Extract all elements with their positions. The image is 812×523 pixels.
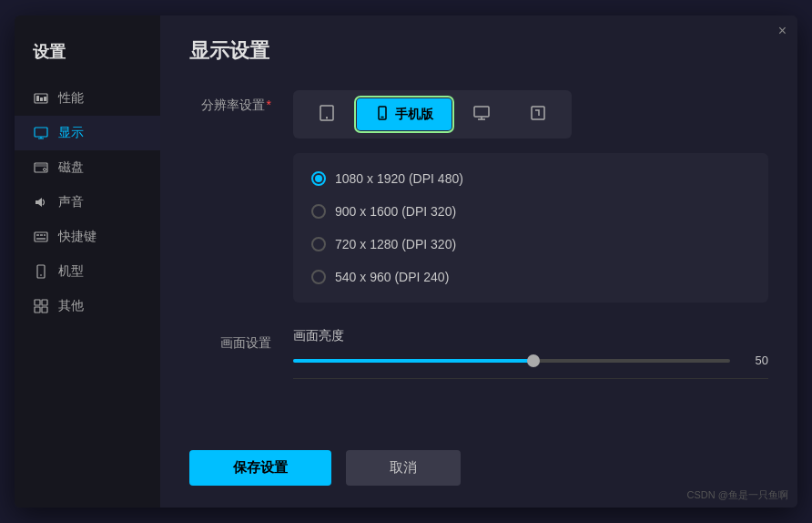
radio-1 (311, 204, 326, 219)
sidebar-item-display[interactable]: 显示 (15, 116, 160, 150)
svg-rect-8 (36, 164, 46, 167)
svg-rect-16 (36, 238, 46, 240)
svg-rect-4 (35, 128, 47, 137)
tab-tablet[interactable] (300, 97, 353, 131)
brightness-slider-fill (293, 359, 533, 363)
desktop-icon (473, 105, 490, 124)
sidebar-label-model: 机型 (58, 263, 84, 280)
tab-phone-label: 手机版 (395, 107, 433, 123)
custom-icon (530, 105, 546, 124)
svg-rect-2 (40, 97, 43, 101)
radio-0 (311, 171, 326, 186)
sidebar-item-model[interactable]: 机型 (15, 254, 160, 289)
resolution-content: 手机版 (293, 90, 768, 303)
save-button[interactable]: 保存设置 (189, 450, 331, 486)
svg-rect-30 (532, 107, 544, 119)
page-title: 显示设置 (189, 37, 768, 65)
phone-icon (375, 106, 390, 123)
svg-rect-15 (44, 234, 46, 236)
display-icon (33, 125, 49, 141)
sidebar-label-sound: 声音 (58, 194, 84, 210)
sidebar: 设置 性能 显示 (15, 15, 160, 508)
svg-rect-21 (35, 307, 40, 313)
settings-dialog: × 设置 性能 显示 (15, 15, 797, 508)
svg-rect-20 (42, 300, 47, 305)
brightness-slider-thumb[interactable] (527, 354, 540, 367)
tab-desktop[interactable] (455, 97, 508, 131)
main-content: 显示设置 分辨率设置* (160, 15, 797, 508)
sound-icon (33, 194, 49, 210)
brightness-slider-row: 50 (293, 354, 768, 367)
resolution-tabs: 手机版 (293, 90, 572, 138)
screen-content: 画面亮度 50 (293, 328, 768, 390)
brightness-value: 50 (741, 354, 768, 367)
sidebar-title: 设置 (15, 30, 160, 81)
other-icon (33, 298, 49, 314)
brightness-slider-track[interactable] (293, 359, 730, 363)
svg-rect-22 (42, 307, 47, 313)
screen-section: 画面设置 画面亮度 50 (189, 328, 768, 408)
resolution-option-0[interactable]: 1080 x 1920 (DPI 480) (308, 164, 754, 193)
sidebar-item-other[interactable]: 其他 (15, 289, 160, 323)
svg-rect-14 (40, 234, 43, 236)
svg-rect-13 (36, 234, 39, 236)
sidebar-item-disk[interactable]: 磁盘 (15, 150, 160, 185)
watermark: CSDN @鱼是一只鱼啊 (687, 488, 788, 502)
radio-3 (311, 270, 326, 284)
svg-rect-12 (35, 232, 47, 241)
resolution-option-1[interactable]: 900 x 1600 (DPI 320) (308, 197, 754, 226)
svg-rect-1 (36, 96, 39, 101)
svg-point-9 (44, 169, 46, 171)
sidebar-label-disk: 磁盘 (58, 159, 84, 176)
svg-rect-17 (37, 265, 45, 278)
tab-custom[interactable] (512, 97, 564, 131)
resolution-options: 1080 x 1920 (DPI 480) 900 x 1600 (DPI 32… (293, 153, 768, 303)
resolution-option-3[interactable]: 540 x 960 (DPI 240) (308, 262, 754, 292)
sidebar-item-sound[interactable]: 声音 (15, 185, 160, 220)
tab-phone[interactable]: 手机版 (357, 98, 452, 130)
brightness-label: 画面亮度 (293, 328, 768, 344)
svg-rect-10 (36, 200, 38, 204)
sidebar-label-performance: 性能 (58, 90, 84, 107)
resolution-label: 分辨率设置* (189, 90, 271, 303)
svg-rect-3 (44, 97, 46, 101)
sidebar-label-other: 其他 (58, 298, 84, 314)
sidebar-item-shortcut[interactable]: 快捷键 (15, 220, 160, 254)
divider (293, 378, 768, 379)
model-icon (33, 263, 49, 280)
tablet-icon (319, 105, 335, 124)
disk-icon (33, 159, 49, 176)
shortcut-icon (33, 229, 49, 245)
sidebar-label-display: 显示 (58, 125, 84, 141)
close-button[interactable]: × (778, 23, 787, 39)
screen-label: 画面设置 (189, 328, 271, 408)
sidebar-label-shortcut: 快捷键 (58, 229, 96, 245)
resolution-option-2[interactable]: 720 x 1280 (DPI 320) (308, 230, 754, 259)
performance-icon (33, 90, 49, 107)
svg-marker-11 (38, 198, 42, 207)
sidebar-item-performance[interactable]: 性能 (15, 81, 160, 116)
radio-2 (311, 237, 326, 251)
svg-rect-27 (474, 107, 489, 117)
footer-buttons: 保存设置 取消 (189, 436, 768, 486)
cancel-button[interactable]: 取消 (346, 450, 461, 486)
resolution-section: 分辨率设置* (189, 90, 768, 303)
svg-rect-19 (35, 300, 40, 305)
